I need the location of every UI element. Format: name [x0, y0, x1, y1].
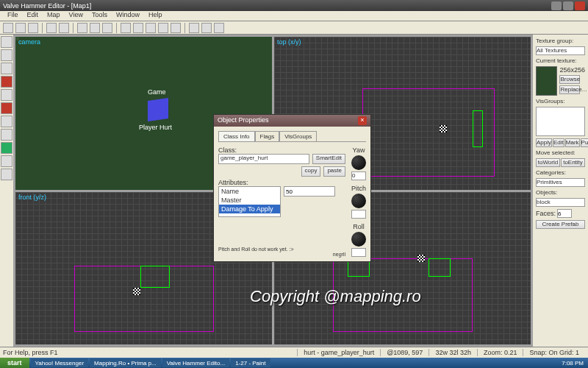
undo-icon[interactable] [46, 23, 57, 33]
tab-classinfo[interactable]: Class Info [218, 131, 255, 141]
menu-file[interactable]: File [3, 11, 23, 21]
decal-tool[interactable] [1, 129, 12, 141]
pitch-sphere[interactable] [351, 194, 366, 208]
purge-button[interactable]: Purge [581, 138, 588, 147]
pitch-select[interactable] [351, 210, 366, 219]
cut-icon[interactable] [77, 23, 87, 33]
open-icon[interactable] [15, 23, 26, 33]
categories-select[interactable]: Primitives [536, 178, 585, 187]
run-icon[interactable] [214, 23, 224, 33]
texture-lock-icon[interactable] [189, 23, 199, 33]
dialog-title: Object Properties [218, 116, 269, 125]
objects-select[interactable]: block [536, 198, 585, 207]
current-texture-label: Current texture: [536, 57, 585, 64]
magnify-tool[interactable] [1, 49, 12, 61]
visgroups-label: VisGroups: [536, 98, 585, 105]
ungroup-icon[interactable] [171, 23, 181, 33]
path-tool[interactable] [1, 169, 12, 180]
menu-view[interactable]: View [65, 11, 87, 21]
apply-button[interactable]: Apply [536, 138, 552, 147]
visgroups-list[interactable] [536, 107, 585, 136]
clip-tool[interactable] [1, 142, 12, 154]
selection-box[interactable] [140, 266, 170, 288]
edit-button[interactable]: Edit [553, 138, 564, 147]
taskbar: start Yahoo! Messenger Mapping.Ro • Prim… [0, 358, 588, 368]
viewport-label: top (x/y) [277, 38, 301, 46]
browse-button[interactable]: Browse [559, 75, 580, 84]
viewport-label: camera [18, 38, 40, 46]
right-panel: Texture group: All Textures Current text… [533, 35, 588, 347]
selection-box[interactable] [473, 110, 483, 147]
toworld-button[interactable]: toWorld [536, 158, 560, 167]
texture-group-select[interactable]: All Textures [536, 46, 585, 55]
taskbar-item[interactable]: Yahoo! Messenger [31, 358, 89, 367]
attribute-value-input[interactable] [284, 186, 335, 197]
menu-help[interactable]: Help [144, 11, 167, 21]
class-select[interactable]: game_player_hurt [218, 154, 309, 164]
block-tool[interactable] [1, 89, 12, 101]
align-icon[interactable] [201, 23, 212, 33]
menu-tools[interactable]: Tools [87, 11, 112, 21]
close-button[interactable] [575, 1, 585, 10]
faces-input[interactable] [557, 209, 572, 218]
yaw-label: Yaw [353, 146, 365, 154]
copy-button[interactable]: copy [301, 166, 321, 177]
entity-cube[interactable] [148, 98, 168, 121]
dialog-titlebar[interactable]: Object Properties × [214, 115, 370, 127]
attr-damage[interactable]: Damage To Apply [219, 205, 280, 213]
new-icon[interactable] [3, 23, 13, 33]
attr-name[interactable]: Name [219, 187, 280, 196]
attr-master[interactable]: Master [219, 196, 280, 205]
save-icon[interactable] [28, 23, 38, 33]
snap-icon[interactable] [133, 23, 143, 33]
dialog-close-button[interactable]: × [358, 116, 367, 125]
group-icon[interactable] [158, 23, 168, 33]
create-prefab-button[interactable]: Create Prefab [536, 220, 585, 229]
mark-button[interactable]: Mark [565, 138, 580, 147]
app-title: Valve Hammer Editor - [Map1] [3, 2, 91, 10]
texture-preview[interactable] [536, 66, 557, 96]
redo-icon[interactable] [59, 23, 69, 33]
move-selected-label: Move selected: [536, 149, 585, 156]
copy-icon[interactable] [90, 23, 100, 33]
yaw-sphere[interactable] [351, 155, 366, 170]
carve-icon[interactable] [146, 23, 156, 33]
camera-tool[interactable] [1, 63, 12, 74]
toolbar [0, 21, 588, 35]
roll-select[interactable] [351, 248, 366, 257]
paste-icon[interactable] [102, 23, 112, 33]
menu-edit[interactable]: Edit [23, 11, 43, 21]
apply-tool[interactable] [1, 116, 12, 127]
taskbar-item[interactable]: Valve Hammer Edito... [162, 358, 229, 367]
replace-button[interactable]: Replace... [559, 85, 580, 94]
object-properties-dialog: Object Properties × Class Info Flags Vis… [213, 114, 371, 262]
menu-map[interactable]: Map [43, 11, 65, 21]
title-bar: Valve Hammer Editor - [Map1] [0, 0, 588, 11]
yaw-select[interactable]: 0 [351, 171, 366, 180]
grid-icon[interactable] [121, 23, 131, 33]
selection-box[interactable] [429, 258, 451, 277]
entity-handle[interactable] [133, 288, 140, 295]
selection-tool[interactable] [1, 36, 12, 48]
attributes-list[interactable]: Name Master Damage To Apply [218, 186, 281, 217]
paste-button[interactable]: paste [323, 166, 345, 177]
smartedit-button[interactable]: SmartEdit [312, 154, 345, 164]
taskbar-item[interactable]: Mapping.Ro • Prima p... [90, 358, 161, 367]
toentity-button[interactable]: toEntity [561, 158, 585, 167]
entity-handle[interactable] [417, 255, 425, 262]
entity-handle[interactable] [440, 125, 447, 132]
maximize-button[interactable] [563, 1, 573, 10]
taskbar-item[interactable]: 1-27 - Paint [231, 358, 270, 367]
minimize-button[interactable] [551, 1, 562, 10]
vertex-tool[interactable] [1, 155, 12, 167]
texture-size: 256x256 [559, 66, 585, 74]
tab-flags[interactable]: Flags [255, 131, 280, 141]
pitch-label: Pitch [351, 185, 366, 192]
entity-tool[interactable] [1, 76, 12, 88]
menu-window[interactable]: Window [112, 11, 144, 21]
start-button[interactable]: start [0, 358, 29, 368]
categories-label: Categories: [536, 169, 585, 176]
texture-tool[interactable] [1, 102, 12, 114]
roll-sphere[interactable] [351, 232, 366, 247]
tab-visgroups[interactable]: VisGroups [279, 131, 317, 141]
